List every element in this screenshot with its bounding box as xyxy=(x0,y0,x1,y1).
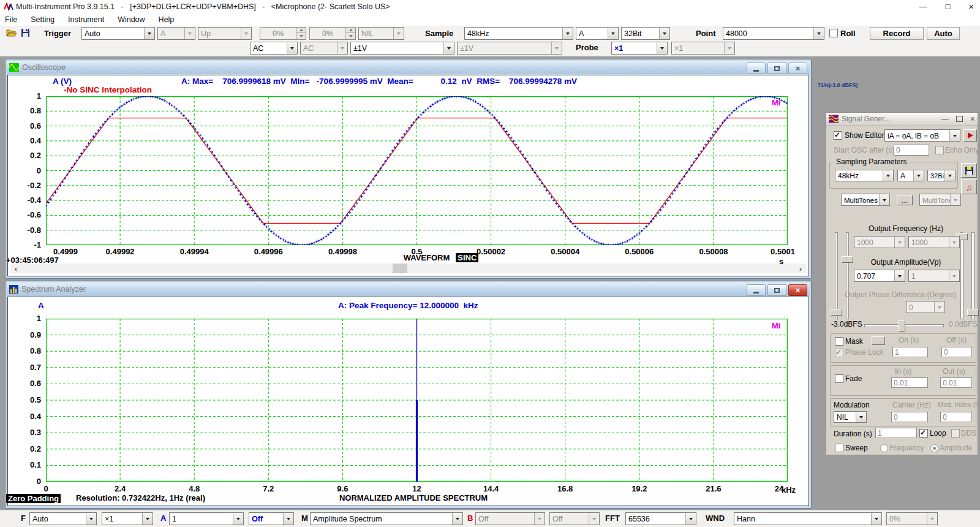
maximize-icon[interactable]: □ xyxy=(945,0,950,13)
gen-sampling-rate-select[interactable]: 48kHz xyxy=(835,170,894,181)
waveform-more-button[interactable]: ... xyxy=(897,195,913,205)
oscilloscope-scrollbar[interactable]: ‹ › xyxy=(10,264,806,273)
show-editor-checkbox[interactable] xyxy=(834,131,842,140)
close-icon[interactable]: × xyxy=(970,114,975,124)
record-points-select[interactable]: 48000 xyxy=(723,27,824,40)
amp-b-slider-track[interactable] xyxy=(960,232,963,319)
chevron-down-icon xyxy=(589,513,599,525)
minimize-button[interactable] xyxy=(747,284,766,296)
trigger-edge-select[interactable]: Up xyxy=(198,27,252,40)
sweep-amplitude-radio[interactable] xyxy=(930,444,938,452)
frequency-display-select[interactable]: Auto xyxy=(29,512,97,525)
loop-checkbox[interactable] xyxy=(919,429,928,438)
close-button[interactable]: × xyxy=(788,284,807,296)
mask-off-input[interactable]: 0 xyxy=(941,347,972,357)
coupling-a-select[interactable]: AC xyxy=(250,42,298,55)
menu-file[interactable]: File xyxy=(5,15,17,24)
save-file-icon[interactable] xyxy=(21,28,30,37)
freq-b-slider-track[interactable] xyxy=(971,232,974,319)
auto-button[interactable]: Auto xyxy=(927,27,960,40)
analysis-mode-select[interactable]: Amplitude Spectrum xyxy=(310,512,463,525)
waveform-b-select[interactable]: MultiTones xyxy=(919,194,961,206)
probe-b-select[interactable]: ×1 xyxy=(671,42,735,55)
amp-a-slider-thumb[interactable] xyxy=(842,256,853,263)
sampling-rate-select[interactable]: 48kHz xyxy=(464,27,573,40)
gen-bit-depth-select[interactable]: 32Bit xyxy=(927,170,956,181)
spectrum-title-bar[interactable]: Spectrum Analyzer × xyxy=(7,282,810,296)
amp-a-select[interactable]: 0.707 xyxy=(854,270,905,282)
trigger-level-spinner[interactable]: 0% xyxy=(260,27,306,40)
phase-lock-checkbox[interactable] xyxy=(835,349,843,357)
menu-setting[interactable]: Setting xyxy=(31,15,55,24)
mask-checkbox[interactable] xyxy=(835,337,843,346)
fft-size-select[interactable]: 65536 xyxy=(625,512,696,525)
window-function-select[interactable]: Hann xyxy=(734,512,882,525)
minimize-icon[interactable]: — xyxy=(919,0,927,13)
freq-b-select[interactable]: 1000 xyxy=(908,236,960,248)
menu-help[interactable]: Help xyxy=(159,15,175,24)
waveform-a-select[interactable]: MultiTones xyxy=(841,194,890,206)
modulation-type-select[interactable]: NIL xyxy=(834,411,867,423)
roll-checkbox[interactable] xyxy=(829,29,838,37)
phase-difference-select[interactable]: 0 xyxy=(906,301,945,313)
duration-input[interactable]: 1 xyxy=(875,428,917,438)
minimize-button[interactable] xyxy=(747,63,766,74)
trigger-source-select[interactable]: A xyxy=(157,27,195,40)
menu-window[interactable]: Window xyxy=(118,15,145,24)
scroll-right-icon[interactable]: › xyxy=(795,264,806,273)
fade-checkbox[interactable] xyxy=(835,374,843,383)
open-file-icon[interactable] xyxy=(6,28,17,37)
restore-button[interactable] xyxy=(767,284,786,296)
record-button[interactable]: Record xyxy=(870,27,924,40)
mod-index-input[interactable]: 0 xyxy=(940,412,972,422)
gen-channel-select[interactable]: A xyxy=(897,170,924,181)
restore-button[interactable] xyxy=(767,63,786,74)
dds-checkbox[interactable] xyxy=(951,429,960,438)
freq-a-slider-thumb[interactable] xyxy=(831,309,842,316)
amp-b-select[interactable]: 1 xyxy=(908,270,960,282)
mask-more-button[interactable]: ... xyxy=(872,336,885,345)
a-mode-select[interactable]: Off xyxy=(249,512,294,525)
scroll-thumb[interactable] xyxy=(393,264,407,273)
close-button[interactable]: × xyxy=(788,63,807,74)
generator-run-button[interactable] xyxy=(963,129,977,142)
mask-on-input[interactable]: 1 xyxy=(892,347,928,357)
amp-a-slider-track[interactable] xyxy=(846,232,849,319)
minimize-icon[interactable]: — xyxy=(941,115,949,123)
sweep-checkbox[interactable] xyxy=(835,444,843,452)
trigger-hpf-select[interactable]: NIL xyxy=(358,27,404,40)
range-b-select[interactable]: ±1V xyxy=(457,42,562,55)
coupling-b-select[interactable]: AC xyxy=(300,42,348,55)
freq-a-slider-track[interactable] xyxy=(835,232,838,319)
probe-a-select[interactable]: ×1 xyxy=(611,42,668,55)
menu-instrument[interactable]: Instrument xyxy=(68,15,104,24)
start-osc-input[interactable]: 0 xyxy=(894,145,929,156)
trigger-mode-select[interactable]: Auto xyxy=(81,27,155,40)
bit-depth-select[interactable]: 32Bit xyxy=(621,27,670,40)
scroll-left-icon[interactable]: ‹ xyxy=(10,264,21,273)
zoom-select[interactable]: ×1 xyxy=(102,512,153,525)
close-icon[interactable]: × xyxy=(968,0,974,13)
maximize-icon[interactable] xyxy=(956,116,963,122)
overlap-select[interactable]: 0% xyxy=(886,512,938,525)
freq-a-select[interactable]: 1000 xyxy=(854,236,905,248)
range-a-select[interactable]: ±1V xyxy=(350,42,454,55)
music-note-button[interactable]: ♫ xyxy=(961,180,977,194)
b-value-select[interactable]: Off xyxy=(475,512,545,525)
fade-in-input[interactable]: 0.01 xyxy=(891,377,928,388)
signal-generator-title-bar[interactable]: Signal Gener... — × xyxy=(826,113,978,126)
save-signal-button[interactable] xyxy=(961,163,977,178)
carrier-input[interactable]: 0 xyxy=(891,412,928,422)
sweep-frequency-radio[interactable] xyxy=(880,444,888,452)
routing-select[interactable]: iA = oA, iB = oB xyxy=(884,129,960,142)
fade-out-input[interactable]: 0.01 xyxy=(940,377,972,388)
b-mode-select[interactable]: Off xyxy=(549,512,600,525)
oscilloscope-title-bar[interactable]: Oscilloscope × xyxy=(7,61,810,74)
mask-label: Mask xyxy=(845,337,863,346)
sampling-channel-select[interactable]: A xyxy=(576,27,619,40)
echo-only-checkbox[interactable] xyxy=(935,146,944,154)
a-value-select[interactable]: 1 xyxy=(169,512,244,525)
dbfs-slider-thumb[interactable] xyxy=(899,320,905,332)
freq-b-slider-thumb[interactable] xyxy=(967,309,979,316)
trigger-delay-spinner[interactable]: 0% xyxy=(309,27,356,40)
